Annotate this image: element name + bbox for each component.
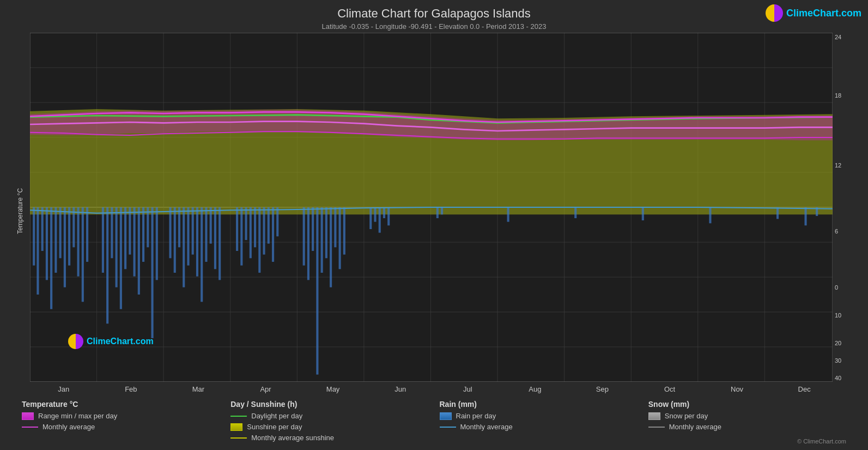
svg-rect-31	[64, 207, 66, 287]
legend-sunshine-label: Sunshine per day	[247, 423, 302, 431]
svg-rect-47	[147, 207, 149, 247]
month-apr: Apr	[232, 385, 300, 393]
svg-rect-46	[142, 207, 144, 262]
month-oct: Oct	[636, 385, 703, 393]
legend-sunshine-avg-label: Monthly average sunshine	[251, 434, 334, 442]
chart-container: Climate Chart for Galapagos Islands Lati…	[0, 0, 868, 450]
svg-rect-67	[258, 207, 260, 273]
month-aug: Aug	[501, 385, 569, 393]
svg-rect-72	[303, 207, 305, 266]
svg-rect-34	[77, 207, 80, 277]
right-tick-24: 24	[835, 34, 841, 40]
month-sep: Sep	[569, 385, 636, 393]
svg-rect-33	[72, 207, 75, 247]
legend-rain-per-day: Rain per day	[440, 412, 638, 420]
logo-bottom-left: ClimeChart.com	[68, 334, 154, 349]
legend-snow-per-day: Snow per day	[648, 412, 846, 420]
legend-daylight-label: Daylight per day	[251, 412, 302, 420]
legend-snow-title: Snow (mm)	[648, 400, 846, 409]
main-svg: 50 40 30 20 10 0 -10 -20 -30 -40 -50	[30, 33, 833, 382]
svg-rect-35	[82, 207, 84, 302]
legend-snow-avg-line	[648, 427, 665, 428]
legend-rain-avg: Monthly average	[440, 423, 638, 431]
svg-rect-41	[120, 207, 122, 309]
svg-rect-32	[68, 207, 70, 266]
legend-rain-title: Rain (mm)	[440, 400, 638, 409]
logo-icon-top	[766, 4, 783, 22]
svg-rect-92	[709, 207, 711, 223]
chart-header: Climate Chart for Galapagos Islands Lati…	[0, 0, 868, 33]
legend-day-col: Day / Sunshine (h) Daylight per day Suns…	[230, 400, 428, 445]
svg-rect-61	[218, 207, 221, 280]
legend-snow-col: Snow (mm) Snow per day Monthly average ©…	[648, 400, 846, 445]
svg-rect-63	[240, 207, 242, 266]
svg-rect-28	[50, 207, 52, 309]
legend-snow-swatch	[648, 412, 660, 420]
right-tick-12: 12	[835, 162, 841, 169]
svg-rect-59	[210, 207, 212, 244]
logo-text-bottom: ClimeChart.com	[87, 337, 154, 346]
logo-icon-bottom	[68, 334, 83, 349]
month-jan: Jan	[30, 385, 98, 393]
svg-rect-84	[379, 207, 381, 233]
y-axis-left-label: Temperature °C	[16, 188, 24, 234]
legend-sunshine-avg-line	[230, 437, 247, 439]
svg-rect-51	[174, 207, 176, 273]
legend-temp-col: Temperature °C Range min / max per day M…	[22, 400, 220, 445]
month-nov: Nov	[703, 385, 771, 393]
svg-rect-88	[441, 207, 443, 214]
legend-sunshine-swatch	[230, 423, 242, 431]
svg-rect-65	[250, 207, 252, 258]
legend-rain-col: Rain (mm) Rain per day Monthly average	[440, 400, 638, 445]
svg-rect-39	[111, 207, 113, 258]
right-tick-40: 40	[835, 375, 841, 381]
legend-day-title: Day / Sunshine (h)	[230, 400, 428, 409]
right-tick-6: 6	[835, 228, 838, 235]
legend-temp-avg: Monthly average	[22, 423, 220, 431]
legend-temp-range-label: Range min / max per day	[38, 412, 117, 420]
month-jun: Jun	[367, 385, 434, 393]
legend-sunshine-avg: Monthly average sunshine	[230, 434, 428, 442]
legend-rain-label: Rain per day	[456, 412, 496, 420]
svg-rect-77	[325, 207, 327, 258]
legend-area: Temperature °C Range min / max per day M…	[0, 393, 868, 450]
svg-rect-73	[307, 207, 309, 280]
svg-rect-91	[642, 207, 644, 220]
svg-rect-94	[804, 207, 806, 225]
svg-rect-40	[116, 207, 118, 287]
svg-rect-36	[86, 207, 88, 262]
svg-rect-38	[106, 207, 108, 323]
right-tick-20: 20	[835, 340, 841, 346]
chart-subtitle: Latitude -0.035 - Longitude -90.491 - El…	[0, 22, 868, 31]
legend-temp-range: Range min / max per day	[22, 412, 220, 420]
svg-rect-64	[245, 207, 247, 240]
svg-rect-26	[41, 207, 44, 251]
legend-rain-avg-label: Monthly average	[460, 423, 513, 431]
svg-rect-48	[151, 207, 153, 338]
svg-rect-69	[268, 207, 270, 244]
legend-snow-label: Snow per day	[665, 412, 708, 420]
x-axis: Jan Feb Mar Apr May Jun Jul Aug Sep Oct …	[0, 382, 868, 393]
svg-rect-93	[776, 207, 779, 219]
chart-title: Climate Chart for Galapagos Islands	[0, 7, 868, 21]
svg-rect-83	[374, 207, 376, 222]
svg-rect-60	[214, 207, 216, 269]
legend-rain-swatch	[440, 412, 452, 420]
right-tick-0: 0	[835, 284, 838, 291]
legend-temp-avg-line	[22, 427, 38, 428]
svg-rect-86	[387, 207, 390, 225]
svg-rect-29	[54, 207, 57, 273]
right-tick-18: 18	[835, 92, 841, 99]
svg-rect-85	[383, 207, 385, 218]
chart-area: 50 40 30 20 10 0 -10 -20 -30 -40 -50 Cli…	[30, 33, 833, 382]
svg-rect-57	[201, 207, 203, 302]
svg-rect-50	[169, 207, 171, 258]
legend-sunshine: Sunshine per day	[230, 423, 428, 431]
legend-daylight: Daylight per day	[230, 412, 428, 420]
svg-rect-66	[254, 207, 256, 247]
svg-rect-89	[507, 207, 509, 222]
watermark: © ClimeChart.com	[797, 438, 846, 445]
svg-rect-53	[183, 207, 185, 287]
svg-rect-82	[369, 207, 372, 229]
right-tick-30: 30	[835, 357, 841, 364]
